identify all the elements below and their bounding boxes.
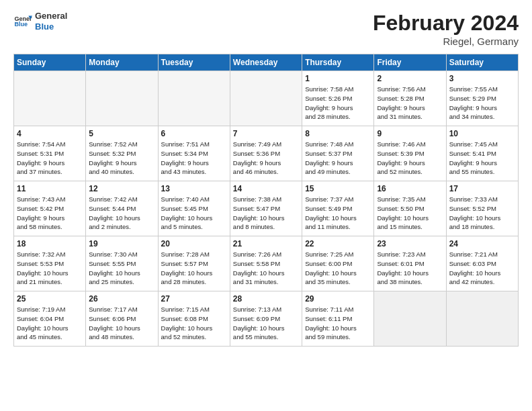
svg-text:Blue: Blue [14,21,28,28]
header: General Blue General Blue February 2024 … [13,11,519,47]
day-info: Sunrise: 7:52 AM Sunset: 5:32 PM Dayligh… [89,140,154,177]
day-number: 11 [17,184,83,193]
day-info: Sunrise: 7:11 AM Sunset: 6:11 PM Dayligh… [305,305,371,342]
day-info: Sunrise: 7:30 AM Sunset: 5:55 PM Dayligh… [89,250,154,287]
day-header-monday: Monday [86,54,158,71]
day-header-tuesday: Tuesday [158,54,230,71]
day-cell: 17Sunrise: 7:33 AM Sunset: 5:52 PM Dayli… [446,181,518,236]
day-cell: 20Sunrise: 7:28 AM Sunset: 5:57 PM Dayli… [158,236,230,291]
day-info: Sunrise: 7:54 AM Sunset: 5:31 PM Dayligh… [17,140,83,177]
logo-blue: Blue [35,21,67,32]
day-cell: 4Sunrise: 7:54 AM Sunset: 5:31 PM Daylig… [14,126,86,181]
day-cell: 18Sunrise: 7:32 AM Sunset: 5:53 PM Dayli… [14,236,86,291]
header-row: SundayMondayTuesdayWednesdayThursdayFrid… [14,54,519,71]
day-cell [230,71,302,126]
day-header-wednesday: Wednesday [230,54,302,71]
day-number: 18 [17,239,83,248]
day-cell: 8Sunrise: 7:48 AM Sunset: 5:37 PM Daylig… [302,126,374,181]
day-number: 26 [89,294,154,304]
day-number: 12 [89,184,154,193]
day-number: 2 [377,74,443,83]
day-number: 14 [233,184,299,193]
logo-general: General [35,11,67,21]
day-number: 9 [377,129,443,138]
day-cell [86,71,158,126]
day-cell: 1Sunrise: 7:58 AM Sunset: 5:26 PM Daylig… [302,71,374,126]
day-number: 13 [161,184,227,193]
main-title: February 2024 [373,11,519,36]
day-cell: 29Sunrise: 7:11 AM Sunset: 6:11 PM Dayli… [302,291,374,347]
logo-icon: General Blue [13,12,32,31]
day-cell: 12Sunrise: 7:42 AM Sunset: 5:44 PM Dayli… [86,181,158,236]
day-number: 8 [305,129,371,138]
day-info: Sunrise: 7:38 AM Sunset: 5:47 PM Dayligh… [233,195,299,232]
day-number: 1 [305,74,371,83]
day-info: Sunrise: 7:40 AM Sunset: 5:45 PM Dayligh… [161,195,227,232]
day-number: 15 [305,184,371,193]
day-info: Sunrise: 7:26 AM Sunset: 5:58 PM Dayligh… [233,250,299,287]
day-header-thursday: Thursday [302,54,374,71]
day-info: Sunrise: 7:23 AM Sunset: 6:01 PM Dayligh… [377,250,443,287]
day-cell: 26Sunrise: 7:17 AM Sunset: 6:06 PM Dayli… [86,291,158,347]
day-header-saturday: Saturday [446,54,518,71]
title-block: February 2024 Riegel, Germany [373,11,519,47]
day-number: 5 [89,129,154,138]
day-info: Sunrise: 7:35 AM Sunset: 5:50 PM Dayligh… [377,195,443,232]
day-cell: 27Sunrise: 7:15 AM Sunset: 6:08 PM Dayli… [158,291,230,347]
day-number: 22 [305,239,371,248]
day-cell [14,71,86,126]
day-cell: 28Sunrise: 7:13 AM Sunset: 6:09 PM Dayli… [230,291,302,347]
day-info: Sunrise: 7:15 AM Sunset: 6:08 PM Dayligh… [161,305,227,342]
day-number: 4 [17,129,83,138]
day-info: Sunrise: 7:56 AM Sunset: 5:28 PM Dayligh… [377,85,443,122]
day-cell: 3Sunrise: 7:55 AM Sunset: 5:29 PM Daylig… [446,71,518,126]
day-info: Sunrise: 7:37 AM Sunset: 5:49 PM Dayligh… [305,195,371,232]
logo: General Blue General Blue [13,11,67,32]
day-cell: 11Sunrise: 7:43 AM Sunset: 5:42 PM Dayli… [14,181,86,236]
day-info: Sunrise: 7:46 AM Sunset: 5:39 PM Dayligh… [377,140,443,177]
day-info: Sunrise: 7:45 AM Sunset: 5:41 PM Dayligh… [449,140,515,177]
day-cell: 6Sunrise: 7:51 AM Sunset: 5:34 PM Daylig… [158,126,230,181]
day-number: 10 [449,129,515,138]
day-cell: 22Sunrise: 7:25 AM Sunset: 6:00 PM Dayli… [302,236,374,291]
day-number: 16 [377,184,443,193]
week-row-1: 1Sunrise: 7:58 AM Sunset: 5:26 PM Daylig… [14,71,519,126]
day-info: Sunrise: 7:48 AM Sunset: 5:37 PM Dayligh… [305,140,371,177]
day-cell: 5Sunrise: 7:52 AM Sunset: 5:32 PM Daylig… [86,126,158,181]
calendar-table: SundayMondayTuesdayWednesdayThursdayFrid… [13,54,519,347]
week-row-2: 4Sunrise: 7:54 AM Sunset: 5:31 PM Daylig… [14,126,519,181]
day-number: 25 [17,294,83,304]
day-number: 28 [233,294,299,304]
day-cell [446,291,518,347]
day-info: Sunrise: 7:55 AM Sunset: 5:29 PM Dayligh… [449,85,515,122]
day-number: 23 [377,239,443,248]
week-row-4: 18Sunrise: 7:32 AM Sunset: 5:53 PM Dayli… [14,236,519,291]
day-cell: 19Sunrise: 7:30 AM Sunset: 5:55 PM Dayli… [86,236,158,291]
day-info: Sunrise: 7:51 AM Sunset: 5:34 PM Dayligh… [161,140,227,177]
day-cell: 10Sunrise: 7:45 AM Sunset: 5:41 PM Dayli… [446,126,518,181]
day-cell: 14Sunrise: 7:38 AM Sunset: 5:47 PM Dayli… [230,181,302,236]
day-cell: 24Sunrise: 7:21 AM Sunset: 6:03 PM Dayli… [446,236,518,291]
day-number: 29 [305,294,371,304]
day-cell: 13Sunrise: 7:40 AM Sunset: 5:45 PM Dayli… [158,181,230,236]
day-number: 24 [449,239,515,248]
day-cell: 9Sunrise: 7:46 AM Sunset: 5:39 PM Daylig… [374,126,446,181]
day-cell: 21Sunrise: 7:26 AM Sunset: 5:58 PM Dayli… [230,236,302,291]
day-info: Sunrise: 7:13 AM Sunset: 6:09 PM Dayligh… [233,305,299,342]
day-cell: 16Sunrise: 7:35 AM Sunset: 5:50 PM Dayli… [374,181,446,236]
day-info: Sunrise: 7:58 AM Sunset: 5:26 PM Dayligh… [305,85,371,122]
day-info: Sunrise: 7:49 AM Sunset: 5:36 PM Dayligh… [233,140,299,177]
day-number: 27 [161,294,227,304]
day-cell: 7Sunrise: 7:49 AM Sunset: 5:36 PM Daylig… [230,126,302,181]
day-info: Sunrise: 7:43 AM Sunset: 5:42 PM Dayligh… [17,195,83,232]
day-header-friday: Friday [374,54,446,71]
day-info: Sunrise: 7:33 AM Sunset: 5:52 PM Dayligh… [449,195,515,232]
day-number: 17 [449,184,515,193]
day-cell [374,291,446,347]
day-header-sunday: Sunday [14,54,86,71]
day-cell [158,71,230,126]
day-number: 6 [161,129,227,138]
subtitle: Riegel, Germany [373,36,519,47]
day-info: Sunrise: 7:28 AM Sunset: 5:57 PM Dayligh… [161,250,227,287]
day-info: Sunrise: 7:21 AM Sunset: 6:03 PM Dayligh… [449,250,515,287]
